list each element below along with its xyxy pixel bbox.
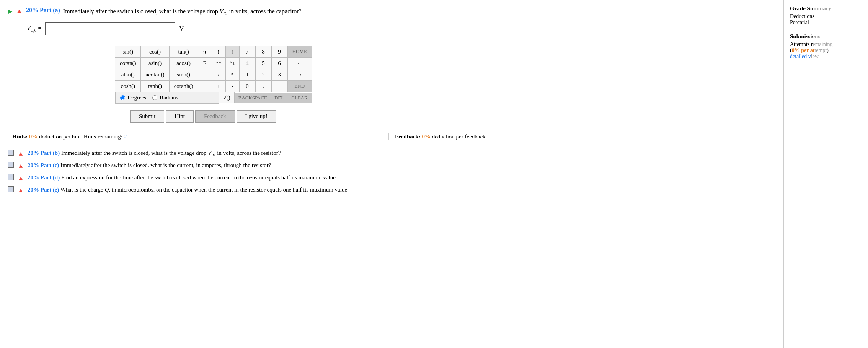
action-buttons: Submit Hint Feedback I give up! [130,110,776,123]
give-up-button[interactable]: I give up! [237,110,276,123]
calc-1[interactable]: 1 [239,69,255,80]
calc-acos[interactable]: acos() [169,57,198,69]
checkbox-c[interactable] [8,162,14,168]
calc-8[interactable]: 8 [255,46,271,57]
answer-input[interactable] [45,22,175,35]
submit-button[interactable]: Submit [130,110,164,123]
list-item-e: 🔺 20% Part (e) What is the charge Q, in … [8,185,776,195]
hints-text: deduction per hint. Hints remaining: [39,133,122,140]
attempts-label: Attempts remaining [790,41,862,47]
calc-del[interactable]: DEL [271,93,287,103]
feedback-percent: 0% [422,133,431,140]
calc-uparrow[interactable]: ↑^ [212,57,225,69]
percent-per-attempt: (0% per attempt) [790,47,862,54]
calc-downarrow[interactable]: ^↓ [225,57,239,69]
calc-e[interactable]: E [198,57,212,69]
list-item-c: 🔺 20% Part (c) Immediately after the swi… [8,161,776,171]
calc-backspace-btn[interactable]: BACKSPACE [235,93,271,103]
unit-label: V [179,25,184,32]
degrees-label: Degrees [127,94,146,101]
potential-label: Potential [790,20,862,26]
calc-cosh[interactable]: cosh() [115,80,141,92]
list-item-b: 🔺 20% Part (b) Immediately after the swi… [8,149,776,159]
deductions-label: Deductions [790,13,862,20]
calc-acotan[interactable]: acotan() [141,69,169,80]
deg-rad-section: Degrees Radians [115,92,219,104]
calculator-wrapper: sin() cos() tan() π ( ) 7 8 9 HOME cotan… [115,46,312,104]
list-item-d: 🔺 20% Part (d) Find an expression for th… [8,173,776,183]
calc-6[interactable]: 6 [271,57,287,69]
calc-tanh[interactable]: tanh() [141,80,169,92]
calc-table: sin() cos() tan() π ( ) 7 8 9 HOME cotan… [115,46,312,92]
radians-radio[interactable] [152,95,157,100]
hint-button[interactable]: Hint [166,110,194,123]
radians-option[interactable]: Radians [152,94,178,101]
calc-row-1: sin() cos() tan() π ( ) 7 8 9 HOME [115,46,312,57]
calc-tan[interactable]: tan() [169,46,198,57]
part-b-label: 20% Part (b) [28,150,60,156]
hints-percent: 0% [29,133,38,140]
calc-sin[interactable]: sin() [115,46,141,57]
calc-cos[interactable]: cos() [141,46,169,57]
calc-sinh[interactable]: sinh() [169,69,198,80]
grade-summary: Grade Summary Deductions Potential [790,5,862,26]
calc-sqrt[interactable]: √() [219,92,234,103]
calc-clear[interactable]: CLEAR [287,93,312,103]
calc-asin[interactable]: asin() [141,57,169,69]
submission-info: Submissions Attempts remaining (0% per a… [790,33,862,60]
calc-5[interactable]: 5 [255,57,271,69]
part-e-label: 20% Part (e) [28,187,59,193]
checkbox-d[interactable] [8,174,14,180]
calc-row-2: cotan() asin() acos() E ↑^ ^↓ 4 5 6 ← [115,57,312,69]
other-parts: 🔺 20% Part (b) Immediately after the swi… [8,149,776,195]
calc-3[interactable]: 3 [271,69,287,80]
warning-icon-a: 🔺 [15,8,23,15]
degrees-radio[interactable] [120,95,125,100]
hints-section: Hints: 0% deduction per hint. Hints rema… [12,133,388,140]
calc-right-arrow[interactable]: → [287,69,312,80]
hints-remaining-link[interactable]: 2 [124,133,127,140]
feedback-section: Feedback: 0% deduction per feedback. [388,133,771,140]
calc-pi[interactable]: π [198,46,212,57]
main-container: ▶ 🔺 20% Part (a) Immediately after the s… [0,0,868,348]
calc-row-3: atan() acotan() sinh() / * 1 2 3 → [115,69,312,80]
submission-title: Submissions [790,33,862,40]
calc-9[interactable]: 9 [271,46,287,57]
left-panel: ▶ 🔺 20% Part (a) Immediately after the s… [0,0,784,348]
warning-icon-c: 🔺 [17,162,24,171]
right-panel: Grade Summary Deductions Potential Submi… [784,0,868,348]
calc-multiply[interactable]: * [225,69,239,80]
calc-minus[interactable]: - [225,80,239,92]
calc-dot[interactable]: . [255,80,271,92]
calc-2[interactable]: 2 [255,69,271,80]
calc-empty2 [198,80,212,92]
calc-rparen[interactable]: ) [225,46,239,57]
input-row: VC,0 = V [27,22,776,35]
calc-lparen[interactable]: ( [212,46,225,57]
calc-0[interactable]: 0 [239,80,255,92]
calc-cotan[interactable]: cotan() [115,57,141,69]
grade-title: Grade Summary [790,5,862,12]
part-a-label: 20% Part (a) [26,7,60,14]
calc-backspace-arrow[interactable]: ← [287,57,312,69]
checkbox-e[interactable] [8,186,14,192]
checkbox-b[interactable] [8,150,14,156]
hints-bar: Hints: 0% deduction per hint. Hints rema… [8,130,776,143]
calc-home[interactable]: HOME [287,46,312,57]
play-icon: ▶ [8,8,12,15]
calc-empty1 [198,69,212,80]
feedback-text: deduction per feedback. [432,133,487,140]
detailed-view-link[interactable]: detailed view [790,54,819,59]
part-a-question: Immediately after the switch is closed, … [63,7,302,17]
feedback-button[interactable]: Feedback [195,110,235,123]
calc-4[interactable]: 4 [239,57,255,69]
calc-7[interactable]: 7 [239,46,255,57]
calc-cotanh[interactable]: cotanh() [169,80,198,92]
calc-end[interactable]: END [287,80,312,92]
calc-atan[interactable]: atan() [115,69,141,80]
calc-plus[interactable]: + [212,80,225,92]
calc-empty3 [271,80,287,92]
warning-icon-b: 🔺 [17,150,24,159]
calc-divide[interactable]: / [212,69,225,80]
degrees-option[interactable]: Degrees [120,94,146,101]
